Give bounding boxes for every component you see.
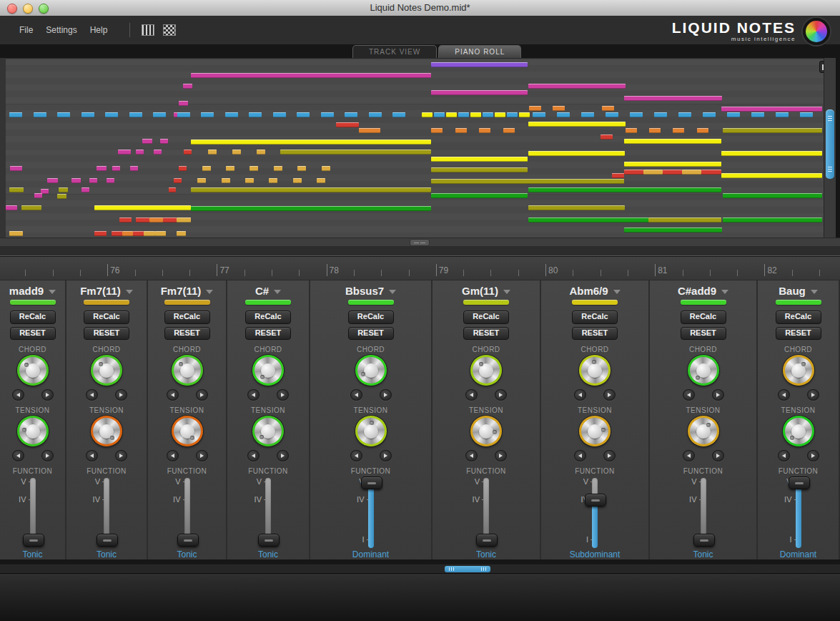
reset-button[interactable]: RESET xyxy=(10,327,56,341)
midi-note[interactable] xyxy=(529,106,541,111)
midi-note[interactable] xyxy=(431,128,443,133)
midi-note[interactable] xyxy=(118,150,131,155)
midi-note[interactable] xyxy=(422,112,433,117)
step-left-button[interactable] xyxy=(167,389,179,401)
midi-note[interactable] xyxy=(528,151,625,156)
slider-thumb[interactable] xyxy=(177,534,199,547)
midi-note[interactable] xyxy=(519,112,530,117)
horizontal-scrollbar[interactable] xyxy=(0,564,840,574)
recalc-button[interactable]: ReCalc xyxy=(10,310,56,324)
function-slider[interactable]: VIVI xyxy=(678,476,728,547)
tension-knob[interactable] xyxy=(579,416,611,446)
midi-note[interactable] xyxy=(673,128,684,133)
midi-note[interactable] xyxy=(431,157,528,162)
step-left-button[interactable] xyxy=(247,389,260,401)
recalc-button[interactable]: ReCalc xyxy=(463,310,509,324)
slider-thumb[interactable] xyxy=(789,476,810,489)
chord-dropdown-icon[interactable] xyxy=(126,290,133,294)
midi-note[interactable] xyxy=(624,228,722,233)
midi-note[interactable] xyxy=(191,73,431,78)
menu-settings[interactable]: Settings xyxy=(39,22,83,38)
midi-note[interactable] xyxy=(528,205,625,210)
step-right-button[interactable] xyxy=(603,450,616,461)
midi-note[interactable] xyxy=(369,112,382,117)
step-left-button[interactable] xyxy=(350,450,362,461)
midi-note[interactable] xyxy=(112,231,122,236)
chord-knob[interactable] xyxy=(17,355,49,386)
midi-note[interactable] xyxy=(107,178,114,183)
chord-knob[interactable] xyxy=(688,355,719,386)
midi-note[interactable] xyxy=(626,128,637,133)
midi-note[interactable] xyxy=(71,178,81,183)
chord-name-row[interactable]: Gm(11) xyxy=(462,285,510,297)
pattern-grid-icon[interactable] xyxy=(163,24,176,36)
midi-note[interactable] xyxy=(553,106,565,111)
midi-note[interactable] xyxy=(9,231,23,236)
midi-note[interactable] xyxy=(122,231,133,236)
slider-thumb[interactable] xyxy=(585,494,606,507)
tension-knob[interactable] xyxy=(783,416,814,446)
midi-note[interactable] xyxy=(59,187,68,192)
step-left-button[interactable] xyxy=(167,450,179,461)
chord-name-row[interactable]: Fm7(11) xyxy=(80,285,133,297)
midi-note[interactable] xyxy=(446,112,457,117)
midi-note[interactable] xyxy=(21,205,41,210)
reset-button[interactable]: RESET xyxy=(463,327,509,341)
midi-note[interactable] xyxy=(431,62,528,67)
midi-note[interactable] xyxy=(649,128,661,133)
midi-note[interactable] xyxy=(208,150,217,155)
step-right-button[interactable] xyxy=(196,450,208,461)
piano-roll[interactable] xyxy=(6,58,824,238)
midi-note[interactable] xyxy=(47,178,58,183)
midi-note[interactable] xyxy=(392,112,405,117)
midi-note[interactable] xyxy=(503,128,515,133)
midi-note[interactable] xyxy=(160,139,168,144)
midi-note[interactable] xyxy=(184,150,192,155)
midi-note[interactable] xyxy=(723,217,822,223)
midi-note[interactable] xyxy=(624,96,722,101)
splitter-grip[interactable] xyxy=(410,239,430,246)
midi-note[interactable] xyxy=(222,178,230,183)
midi-note[interactable] xyxy=(727,112,740,117)
midi-note[interactable] xyxy=(483,112,493,117)
chord-dropdown-icon[interactable] xyxy=(721,290,728,294)
midi-note[interactable] xyxy=(612,173,624,178)
midi-note[interactable] xyxy=(10,166,22,171)
slider-thumb[interactable] xyxy=(258,534,280,547)
chord-dropdown-icon[interactable] xyxy=(389,290,396,294)
midi-note[interactable] xyxy=(163,217,177,223)
reset-button[interactable]: RESET xyxy=(572,327,618,341)
midi-note[interactable] xyxy=(431,179,624,184)
step-left-button[interactable] xyxy=(778,450,790,461)
midi-note[interactable] xyxy=(431,167,528,172)
midi-note[interactable] xyxy=(89,178,97,183)
midi-note[interactable] xyxy=(179,101,188,106)
chord-name-row[interactable]: Bbsus7 xyxy=(345,285,396,297)
step-right-button[interactable] xyxy=(115,389,127,401)
recalc-button[interactable]: ReCalc xyxy=(348,310,394,324)
midi-note[interactable] xyxy=(136,217,149,223)
recalc-button[interactable]: ReCalc xyxy=(776,310,821,324)
chord-name-row[interactable]: madd9 xyxy=(9,285,56,297)
midi-note[interactable] xyxy=(201,112,214,117)
recalc-button[interactable]: ReCalc xyxy=(84,310,129,324)
reset-button[interactable]: RESET xyxy=(776,327,821,341)
midi-note[interactable] xyxy=(528,187,721,192)
tension-knob[interactable] xyxy=(688,416,719,446)
midi-note[interactable] xyxy=(293,178,302,183)
function-slider[interactable]: VIVI xyxy=(461,476,511,547)
midi-note[interactable] xyxy=(495,112,505,117)
midi-note[interactable] xyxy=(119,217,132,223)
step-left-button[interactable] xyxy=(350,389,362,401)
midi-note[interactable] xyxy=(105,112,118,117)
midi-note[interactable] xyxy=(174,178,182,183)
menu-help[interactable]: Help xyxy=(84,22,114,38)
midi-note[interactable] xyxy=(345,112,357,117)
step-left-button[interactable] xyxy=(12,450,24,461)
function-slider[interactable]: VIVI xyxy=(8,476,58,547)
midi-note[interactable] xyxy=(249,112,262,117)
midi-note[interactable] xyxy=(57,194,66,199)
slider-thumb[interactable] xyxy=(476,534,498,547)
midi-note[interactable] xyxy=(142,139,152,144)
reset-button[interactable]: RESET xyxy=(84,327,129,341)
